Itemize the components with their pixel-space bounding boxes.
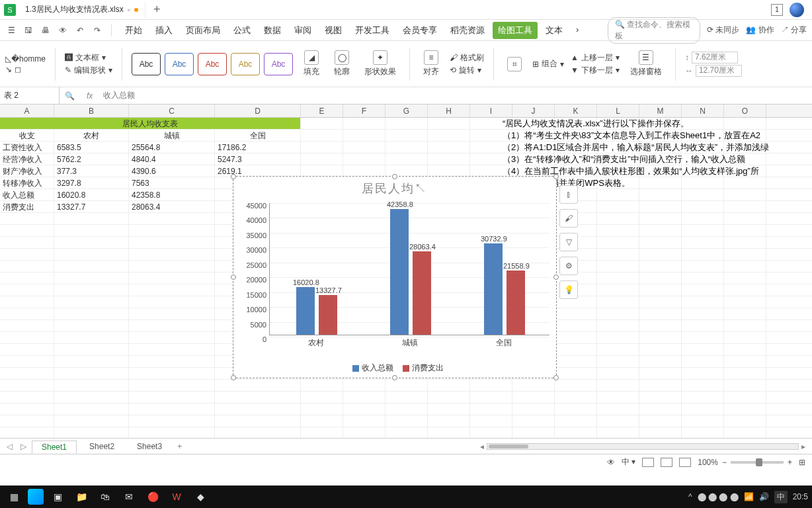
- view-break-icon[interactable]: [679, 458, 691, 467]
- formula-value[interactable]: 收入总额: [99, 90, 139, 101]
- style-preset-4[interactable]: Abc: [231, 53, 260, 75]
- undo-icon[interactable]: ↶: [74, 24, 86, 36]
- preview-icon[interactable]: 👁: [57, 24, 69, 36]
- fmtpaint-icon[interactable]: 🖌: [450, 53, 458, 62]
- textbox-icon[interactable]: 🅰: [65, 53, 73, 62]
- tab-close-icon[interactable]: ▫: [128, 5, 130, 15]
- spreadsheet-grid[interactable]: A B C D E F G H I J K L M N O 居民人均收支表收支农…: [0, 105, 812, 438]
- command-search[interactable]: 🔍 查找命令、搜索模板: [608, 17, 700, 44]
- style-preset-5[interactable]: Abc: [264, 53, 293, 75]
- store-icon[interactable]: 🛍: [95, 488, 115, 505]
- rotate-icon[interactable]: ⟲: [450, 65, 456, 75]
- col-N[interactable]: N: [682, 105, 724, 117]
- user-avatar[interactable]: [790, 3, 804, 17]
- fx-label[interactable]: fx: [80, 91, 99, 101]
- resize-handle[interactable]: [553, 375, 559, 380]
- tab-text[interactable]: 文本: [540, 22, 568, 39]
- align-button[interactable]: ≡对齐: [419, 50, 443, 77]
- height-input[interactable]: [692, 52, 738, 64]
- resize-handle[interactable]: [553, 275, 559, 280]
- col-F[interactable]: F: [343, 105, 386, 117]
- combine-icon[interactable]: ⊞: [532, 60, 539, 69]
- document-tab[interactable]: 1.3居民人均收支情况表.xlsx ▫: [19, 1, 145, 18]
- tab-start[interactable]: 开始: [120, 22, 147, 39]
- outline-button[interactable]: ◯轮廓: [330, 50, 354, 77]
- zoom-fx-icon[interactable]: 🔍: [60, 91, 80, 101]
- chart-title[interactable]: 居民人均↖: [233, 177, 556, 196]
- view-page-icon[interactable]: [661, 458, 672, 467]
- col-A[interactable]: A: [0, 105, 54, 117]
- col-M[interactable]: M: [639, 105, 682, 117]
- col-E[interactable]: E: [301, 105, 343, 117]
- settings-icon[interactable]: ⊞: [799, 458, 805, 467]
- style-preset-2[interactable]: Abc: [165, 53, 194, 75]
- explorer-icon[interactable]: 📁: [71, 488, 91, 505]
- start-button[interactable]: ▦: [4, 488, 24, 505]
- wps-icon[interactable]: W: [167, 488, 186, 505]
- chart-filter-icon[interactable]: ▽: [559, 233, 578, 251]
- tray-icons[interactable]: ⬤ ⬤ ⬤ ⬤: [698, 492, 739, 501]
- col-K[interactable]: K: [555, 105, 597, 117]
- col-I[interactable]: I: [470, 105, 512, 117]
- fill-button[interactable]: ◢填充: [300, 50, 323, 77]
- tab-data[interactable]: 数据: [259, 22, 286, 39]
- tab-review[interactable]: 审阅: [289, 22, 317, 39]
- tab-insert[interactable]: 插入: [150, 22, 178, 39]
- window-mode-icon[interactable]: 1: [771, 4, 783, 16]
- chart-object[interactable]: 居民人均↖ 0500010000150002000025000300003500…: [233, 176, 557, 378]
- col-B[interactable]: B: [54, 105, 129, 117]
- editshape-icon[interactable]: ✎: [65, 65, 71, 75]
- style-preset-1[interactable]: Abc: [132, 53, 161, 75]
- resize-handle[interactable]: [231, 375, 236, 380]
- resize-handle[interactable]: [392, 375, 397, 380]
- mail-icon[interactable]: ✉: [119, 488, 139, 505]
- ime-indicator[interactable]: 中: [774, 491, 788, 503]
- line-icon[interactable]: ↘: [5, 65, 12, 74]
- print-icon[interactable]: 🖶: [40, 24, 52, 36]
- shapefx-button[interactable]: ✦形状效果: [360, 50, 400, 77]
- column-headers[interactable]: A B C D E F G H I J K L M N O: [0, 105, 812, 118]
- collab-button[interactable]: 👥 协作: [746, 24, 774, 36]
- tab-more[interactable]: ›: [571, 22, 584, 39]
- chart-elements-icon[interactable]: ⫿: [559, 185, 578, 204]
- insert-shape-icon[interactable]: ◺�homme: [5, 54, 46, 64]
- tab-dev[interactable]: 开发工具: [350, 22, 395, 39]
- col-G[interactable]: G: [386, 105, 428, 117]
- app-icon[interactable]: 🔴: [143, 488, 163, 505]
- wifi-icon[interactable]: 📶: [744, 492, 754, 501]
- clock[interactable]: 20:5: [793, 492, 808, 501]
- col-J[interactable]: J: [512, 105, 555, 117]
- zoom-control[interactable]: 100% −+: [698, 458, 792, 467]
- tray-up-icon[interactable]: ^: [688, 492, 692, 501]
- share-button[interactable]: ↗ 分享: [781, 24, 807, 36]
- style-preset-3[interactable]: Abc: [198, 53, 227, 75]
- horizontal-scrollbar[interactable]: ◂▸: [477, 443, 808, 450]
- col-O[interactable]: O: [724, 105, 766, 117]
- shapes-icon[interactable]: ◻: [15, 65, 21, 74]
- tab-formula[interactable]: 公式: [228, 22, 256, 39]
- sheet-nav-first[interactable]: ◁: [4, 442, 15, 451]
- edge-icon[interactable]: [28, 489, 44, 505]
- terminal-icon[interactable]: ▣: [48, 488, 67, 505]
- col-D[interactable]: D: [215, 105, 301, 117]
- resize-handle[interactable]: [231, 275, 236, 280]
- tab-resource[interactable]: 稻壳资源: [445, 22, 490, 39]
- sound-icon[interactable]: 🔊: [759, 492, 769, 501]
- view-normal-icon[interactable]: [642, 458, 654, 467]
- tab-layout[interactable]: 页面布局: [181, 22, 225, 39]
- eye-icon[interactable]: 👁: [607, 458, 615, 467]
- group-button[interactable]: ⌗: [503, 57, 526, 71]
- col-H[interactable]: H: [428, 105, 470, 117]
- tab-view[interactable]: 视图: [319, 22, 347, 39]
- sheet-tab-1[interactable]: Sheet1: [32, 441, 77, 454]
- col-C[interactable]: C: [129, 105, 215, 117]
- chart-settings-icon[interactable]: ⚙: [559, 257, 578, 275]
- width-input[interactable]: [696, 65, 742, 77]
- chart-legend[interactable]: 收入总额 消费支出: [233, 362, 556, 374]
- chinese-icon[interactable]: 中 ▾: [622, 456, 635, 468]
- chart-style-icon[interactable]: 🖌: [559, 209, 578, 228]
- add-sheet-button[interactable]: +: [175, 442, 184, 451]
- redo-icon[interactable]: ↷: [91, 24, 103, 36]
- new-tab-button[interactable]: +: [145, 3, 169, 17]
- save-icon[interactable]: 🖫: [22, 24, 34, 36]
